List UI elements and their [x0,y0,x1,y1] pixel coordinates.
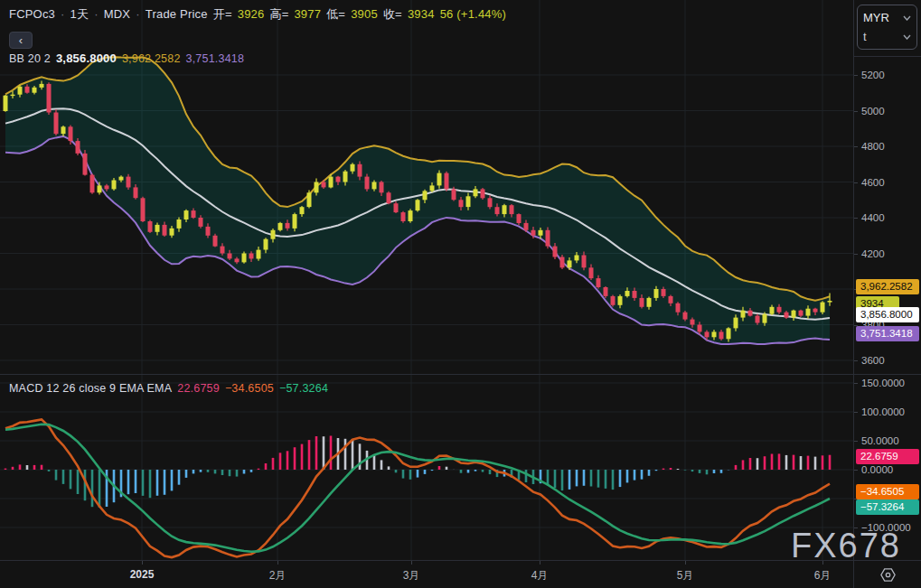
candle-body [242,254,247,263]
candle-body [452,189,456,200]
symbol-legend: FCPOc3·1天·MDX·Trade Price开=3926高=3977低=3… [9,6,512,23]
unit-value: t [863,30,867,43]
legend-text: 收= [383,7,402,21]
candle-body [813,309,818,313]
back-button[interactable]: ‹ [9,32,33,49]
candle-body [575,256,579,261]
time-notch [822,561,823,565]
candle-body [510,205,514,214]
axis-tick-label: 100.0000 [861,406,905,418]
pane-divider[interactable] [0,374,921,375]
legend-text: MACD 12 26 close 9 EMA EMA [9,382,172,395]
legend-text: −57.3264 [279,382,328,395]
axis-tickmark [854,254,858,255]
candle-body [792,311,796,318]
candle-body [741,311,746,318]
axis-tick-label: 4200 [861,247,885,260]
candle-body [727,328,731,339]
candle-body [98,185,102,192]
candle-body [40,84,44,88]
time-axis[interactable]: 20252月3月4月5月6月 [0,560,921,588]
legend-text: · [94,7,99,21]
candle-body [278,223,283,230]
candle-body [474,189,478,196]
candle-body [828,301,832,303]
chart-canvas[interactable] [0,0,853,560]
unit-dropdown[interactable]: t [863,27,911,46]
candle-body [553,247,558,257]
candle-body [387,192,391,203]
candle-body [481,189,485,198]
axis-tickmark [854,218,858,219]
time-notch [685,561,686,565]
axis-tick-label: 4600 [861,176,885,189]
candle-body [618,296,623,305]
axis-settings-button[interactable] [853,561,921,588]
candle-body [589,267,594,278]
candle-body [640,298,644,307]
price-label-basis: 3,856.8000 [856,307,919,322]
candle-body [365,177,370,190]
candle-body [47,84,52,113]
candle-body [698,325,702,332]
candle-body [170,229,174,236]
candle-body [372,182,377,190]
axis-tickmark [854,146,858,147]
candle-body [669,296,673,303]
candle-body [770,307,775,314]
axis-tickmark [854,360,858,361]
candle-body [119,177,124,181]
candle-body [488,198,493,207]
time-notch [142,561,143,565]
legend-text: 3,751.3418 [186,52,245,65]
candle-body [199,218,203,227]
time-tick-5月: 5月 [677,568,694,583]
candle-body [83,154,88,175]
candle-body [257,250,261,259]
candle-body [293,214,297,229]
legend-text: 3926 [238,7,265,21]
legend-text: 3,962.2582 [122,52,181,65]
candle-body [560,257,565,268]
candle-body [307,192,312,207]
candle-body [358,164,362,177]
candle-body [517,214,522,223]
candle-body [192,210,196,218]
legend-text: 开= [213,7,232,21]
chevron-down-icon [903,34,911,40]
candle-body [18,87,23,95]
candle-body [719,331,724,339]
candle-body [633,291,637,298]
candle-body [148,221,153,232]
candle-body [691,320,695,325]
candle-body [112,181,117,190]
candle-body [329,177,334,188]
price-label-lower: 3,751.3418 [856,326,919,341]
candle-body [33,88,37,93]
candle-body [322,182,326,188]
candle-body [705,331,710,337]
candle-body [25,87,30,93]
candle-body [90,175,95,193]
price-label-upper: 3,962.2582 [856,279,919,294]
candle-body [437,173,442,186]
candle-body [76,141,80,154]
candle-body [799,311,804,316]
candle-body [806,309,811,316]
axis-tick-label: 0.0000 [861,463,893,476]
price-axis-scale[interactable]: MYR t 5200500048004600440042004000380036… [853,0,921,560]
axis-tick-label: 5200 [861,69,885,81]
candle-body [785,313,789,318]
time-tick-6月: 6月 [814,568,832,583]
legend-text: MDX [104,7,131,21]
legend-text: 22.6759 [177,382,220,395]
candle-body [683,313,688,320]
candle-body [495,207,500,214]
candle-body [531,230,536,236]
candle-body [134,187,138,198]
legend-text: 3905 [351,7,378,21]
currency-dropdown[interactable]: MYR [863,8,911,27]
candle-body [524,223,529,230]
candle-body [748,311,753,316]
candle-body [351,164,355,172]
